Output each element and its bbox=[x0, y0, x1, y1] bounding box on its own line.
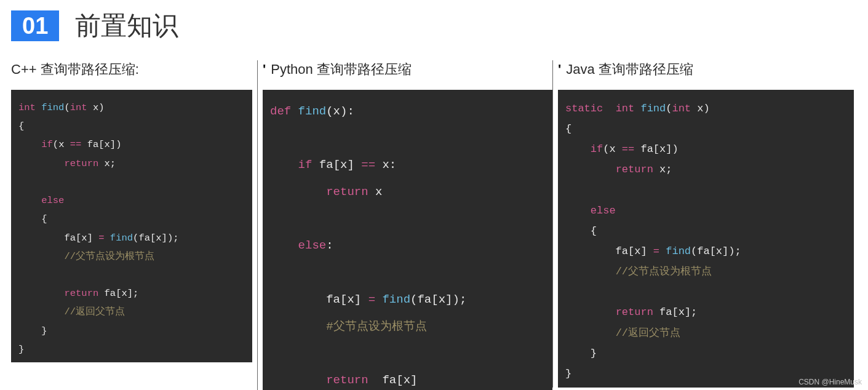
code-token bbox=[565, 164, 616, 175]
code-token bbox=[634, 103, 640, 114]
code-block-python: def find(x): if fa[x] == x: return x els… bbox=[263, 90, 552, 390]
code-line: //父节点设为根节点 bbox=[565, 261, 846, 282]
code-token: int bbox=[672, 103, 691, 114]
code-token: } bbox=[18, 325, 47, 336]
code-line: return x; bbox=[18, 154, 245, 173]
code-line bbox=[565, 180, 846, 201]
code-token: return bbox=[326, 373, 368, 387]
code-token bbox=[18, 139, 41, 150]
code-token: find bbox=[666, 245, 691, 257]
code-token: int bbox=[70, 102, 87, 113]
code-line bbox=[270, 260, 545, 287]
code-token bbox=[18, 251, 64, 262]
section-number-badge: 01 bbox=[11, 10, 59, 41]
code-token: fa[x] bbox=[368, 373, 418, 387]
code-token: if bbox=[591, 143, 603, 155]
code-token: (x bbox=[603, 143, 622, 155]
code-token bbox=[565, 286, 571, 298]
code-line: return x bbox=[270, 179, 545, 206]
code-token: == bbox=[361, 158, 375, 172]
code-token: fa[x]; bbox=[98, 288, 138, 299]
code-token bbox=[270, 239, 298, 252]
code-token: else bbox=[591, 205, 616, 217]
column-python: ' Python 查询带路径压缩 def find(x): if fa[x] =… bbox=[257, 60, 552, 390]
code-line: #父节点设为根节点 bbox=[270, 314, 545, 341]
code-token: } bbox=[18, 344, 24, 355]
code-token bbox=[565, 327, 616, 339]
code-line: //返回父节点 bbox=[18, 303, 245, 321]
code-token: find bbox=[640, 103, 666, 114]
code-token: == bbox=[622, 143, 634, 155]
code-line: int find(int x) bbox=[18, 98, 245, 117]
code-token: #父节点设为根节点 bbox=[326, 320, 426, 333]
heading-text-java: Java 查询带路径压缩 bbox=[566, 60, 693, 79]
code-line: else bbox=[565, 201, 846, 221]
code-token: static bbox=[565, 103, 603, 114]
code-token: = bbox=[98, 233, 104, 244]
code-line: if fa[x] == x: bbox=[270, 152, 545, 179]
code-token bbox=[18, 177, 24, 188]
code-line: else bbox=[18, 191, 245, 210]
code-token: fa[x]; bbox=[653, 306, 697, 318]
code-token bbox=[270, 185, 326, 199]
code-token: ( bbox=[64, 102, 70, 113]
code-token bbox=[18, 158, 64, 169]
code-token: if bbox=[41, 139, 53, 150]
code-token bbox=[270, 266, 277, 279]
code-token: } bbox=[565, 348, 597, 359]
code-token: //父节点设为根节点 bbox=[616, 266, 712, 277]
code-token: return bbox=[64, 288, 98, 299]
code-line: return fa[x]; bbox=[18, 284, 245, 303]
code-line: static int find(int x) bbox=[565, 98, 846, 119]
column-heading-java: ' Java 查询带路径压缩 bbox=[558, 60, 854, 79]
code-token bbox=[270, 132, 277, 145]
code-token: fa[x] bbox=[18, 233, 98, 244]
code-token: (fa[x]); bbox=[691, 245, 741, 257]
code-token: return bbox=[616, 306, 653, 318]
code-token: (x bbox=[53, 139, 70, 150]
tick-mark-icon: ' bbox=[558, 62, 561, 78]
code-block-cpp: int find(int x){ if(x == fa[x]) return x… bbox=[11, 90, 252, 362]
code-line: } bbox=[18, 322, 245, 340]
code-token: find bbox=[382, 293, 410, 306]
code-columns: C++ 查询带路径压缩: int find(int x){ if(x == fa… bbox=[11, 60, 857, 390]
watermark: CSDN @HineMusk bbox=[798, 378, 862, 386]
code-token: (fa[x]); bbox=[133, 233, 178, 244]
code-line: else: bbox=[270, 233, 545, 260]
code-line: fa[x] = find(fa[x]); bbox=[565, 241, 846, 261]
code-line bbox=[270, 340, 545, 367]
code-line bbox=[18, 173, 245, 191]
code-token bbox=[18, 269, 24, 281]
code-token bbox=[18, 306, 64, 317]
code-line: { bbox=[18, 117, 245, 135]
column-cpp: C++ 查询带路径压缩: int find(int x){ if(x == fa… bbox=[11, 60, 257, 362]
code-token: int bbox=[616, 103, 635, 114]
code-token bbox=[659, 245, 666, 257]
code-line: { bbox=[18, 210, 245, 228]
code-line: return fa[x]; bbox=[565, 302, 846, 322]
code-token: == bbox=[70, 139, 82, 150]
code-token: x bbox=[368, 185, 383, 199]
code-token: fa[x]) bbox=[634, 143, 678, 155]
code-line: def find(x): bbox=[270, 98, 545, 125]
code-block-java: static int find(int x){ if(x == fa[x]) r… bbox=[558, 90, 854, 388]
code-token: { bbox=[18, 213, 47, 225]
code-token bbox=[565, 143, 591, 155]
code-token: fa[x] bbox=[312, 158, 361, 172]
code-line: { bbox=[565, 119, 846, 139]
code-token bbox=[105, 233, 110, 244]
code-token: { bbox=[565, 225, 597, 237]
code-line: return x; bbox=[565, 159, 846, 180]
code-line bbox=[270, 206, 545, 233]
heading-text-cpp: C++ 查询带路径压缩: bbox=[11, 60, 139, 79]
code-line bbox=[565, 282, 846, 302]
code-token: (x): bbox=[326, 105, 354, 118]
code-line: //返回父节点 bbox=[565, 323, 846, 343]
code-token bbox=[270, 373, 326, 387]
code-line bbox=[18, 266, 245, 284]
code-line: { bbox=[565, 221, 846, 241]
code-token: ( bbox=[666, 103, 672, 114]
code-token bbox=[565, 306, 616, 318]
code-token: } bbox=[565, 368, 571, 380]
code-token bbox=[565, 185, 571, 196]
